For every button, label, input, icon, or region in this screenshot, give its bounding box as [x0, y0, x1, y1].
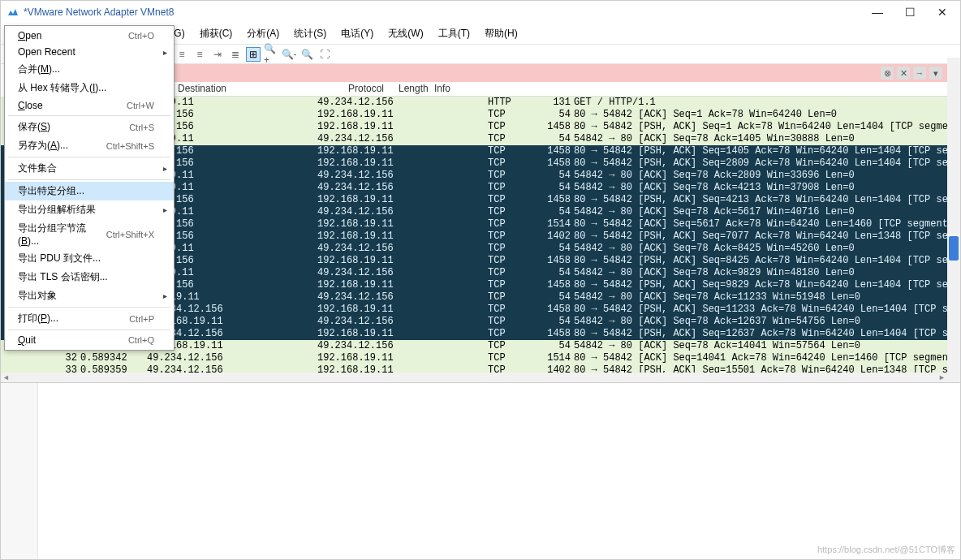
packet-cell: TCP — [488, 109, 538, 121]
filter-icon[interactable]: ⊗ — [881, 67, 894, 80]
menu-separator — [8, 115, 170, 116]
packet-cell: 80 → 54842 [PSH, ACK] Seq=2809 Ack=78 Wi… — [574, 157, 960, 170]
packet-cell: 54842 → 80 [ACK] Seq=78 Ack=5617 Win=407… — [574, 206, 960, 218]
packet-cell: 49.234.12.156 — [317, 316, 488, 328]
menu-item[interactable]: CloseCtrl+W — [5, 97, 174, 114]
packet-cell: 54842 → 80 [ACK] Seq=78 Ack=2809 Win=336… — [574, 170, 960, 182]
col-protocol[interactable]: Protocol — [345, 82, 395, 96]
menu-帮助(H)[interactable]: 帮助(H) — [478, 25, 524, 42]
window-close-button[interactable]: ✕ — [931, 6, 954, 19]
packet-cell: 54842 → 80 [ACK] Seq=78 Ack=8425 Win=452… — [574, 243, 960, 255]
menu-item[interactable]: 合并(M)... — [5, 60, 174, 79]
toolbar-icon[interactable]: 🔍+ — [264, 47, 278, 62]
display-filter-bar[interactable]: ⊗✕→▾ — [175, 64, 947, 82]
menu-item[interactable]: 保存(S)Ctrl+S — [5, 118, 174, 136]
menu-无线(W)[interactable]: 无线(W) — [381, 25, 429, 42]
packet-cell: TCP — [488, 328, 538, 340]
vertical-scrollbar[interactable] — [947, 58, 960, 382]
packet-cell: TCP — [488, 182, 538, 194]
menu-item[interactable]: 文件集合 — [5, 159, 174, 178]
packet-cell: 80 → 54842 [PSH, ACK] Seq=4213 Ack=78 Wi… — [574, 194, 960, 206]
packet-cell: TCP — [488, 279, 538, 291]
menu-item-label: 导出 PDU 到文件... — [18, 252, 101, 265]
filter-icon[interactable]: ▾ — [929, 67, 942, 80]
packet-cell: 0.589342 — [80, 352, 147, 364]
packet-cell: 80 → 54842 [PSH, ACK] Seq=1405 Ack=78 Wi… — [574, 145, 960, 157]
packet-cell: TCP — [488, 230, 538, 243]
packet-cell: 1402 — [538, 230, 574, 243]
menu-item[interactable]: 导出分组字节流(B)...Ctrl+Shift+X — [5, 219, 174, 249]
menu-item-shortcut: Ctrl+W — [127, 101, 154, 110]
menu-item-label: 导出特定分组... — [18, 184, 84, 198]
packet-cell: 192.168.19.11 — [317, 328, 488, 340]
menu-item-shortcut: Ctrl+O — [128, 31, 154, 41]
packet-cell: TCP — [488, 267, 538, 279]
menu-item-label: Open Recent — [18, 46, 75, 58]
menu-item[interactable]: 导出 TLS 会话密钥... — [5, 268, 174, 286]
packet-row[interactable]: 320.58934249.234.12.156192.168.19.11TCP1… — [1, 352, 960, 364]
menu-item-label: Quit — [18, 334, 36, 346]
toolbar-icon[interactable]: 🔍 — [300, 47, 314, 62]
packet-cell: 192.168.19.11 — [317, 194, 488, 206]
toolbar-icon[interactable]: ≡ — [175, 47, 189, 62]
window-minimize-button[interactable]: — — [866, 6, 889, 19]
filter-icon[interactable]: → — [913, 67, 926, 80]
menu-separator — [8, 179, 170, 180]
menu-item[interactable]: OpenCtrl+O — [5, 28, 174, 44]
file-menu-dropdown: OpenCtrl+OOpen Recent合并(M)...从 Hex 转储导入(… — [4, 25, 175, 351]
packet-cell: 192.168.19.11 — [317, 279, 488, 291]
packet-cell: 1458 — [538, 255, 574, 267]
menu-item-shortcut: Ctrl+P — [129, 314, 154, 324]
window-maximize-button[interactable]: ☐ — [899, 6, 921, 19]
menu-工具(T)[interactable]: 工具(T) — [432, 25, 476, 42]
watermark-text: https://blog.csdn.net/@51CTO博客 — [817, 544, 955, 556]
toolbar-icon[interactable]: ≣ — [228, 47, 243, 62]
packet-cell: 80 → 54842 [ACK] Seq=5617 Ack=78 Win=642… — [574, 218, 960, 230]
packet-cell: 192.168.19.11 — [317, 255, 488, 267]
menu-分析(A)[interactable]: 分析(A) — [240, 25, 286, 42]
col-length[interactable]: Length — [395, 82, 431, 96]
menu-item[interactable]: 导出特定分组... — [5, 182, 174, 200]
packet-cell: 1458 — [538, 279, 574, 291]
menu-捕获(C)[interactable]: 捕获(C) — [193, 25, 239, 42]
toolbar-icon[interactable]: 🔍- — [282, 47, 296, 62]
packet-cell: 192.168.19.11 — [317, 304, 488, 316]
packet-cell: 80 → 54842 [PSH, ACK] Seq=12637 Ack=78 W… — [574, 328, 960, 340]
menu-item-label: 导出分组字节流(B)... — [18, 222, 106, 247]
horizontal-scrollbar[interactable]: ◄► — [1, 373, 947, 382]
packet-cell: 192.168.19.11 — [317, 230, 488, 243]
toolbar-icon[interactable]: ≡ — [192, 47, 207, 62]
packet-cell: TCP — [488, 206, 538, 218]
menu-item-shortcut: Ctrl+Shift+S — [106, 141, 154, 151]
menu-item[interactable]: 导出分组解析结果 — [5, 200, 174, 219]
col-destination[interactable]: Destination — [175, 82, 345, 96]
menu-item[interactable]: QuitCtrl+Q — [5, 332, 174, 348]
filter-icon[interactable]: ✕ — [897, 67, 910, 80]
toolbar-icon[interactable]: ⛶ — [317, 47, 332, 62]
menu-item[interactable]: 打印(P)...Ctrl+P — [5, 309, 174, 328]
packet-cell: 32 — [1, 352, 80, 364]
packet-cell: 49.234.12.156 — [317, 267, 488, 279]
toolbar-icon[interactable]: ⇥ — [210, 47, 225, 62]
menu-item-label: 打印(P)... — [18, 312, 58, 325]
menu-item-shortcut: Ctrl+Shift+X — [106, 230, 154, 239]
packet-cell: TCP — [488, 304, 538, 316]
menu-item[interactable]: 从 Hex 转储导入(I)... — [5, 79, 174, 97]
toolbar-icon[interactable]: ⊞ — [246, 47, 261, 62]
col-info[interactable]: Info — [431, 82, 960, 96]
menu-item-label: Close — [18, 100, 43, 111]
packet-cell: TCP — [488, 316, 538, 328]
packet-cell: 80 → 54842 [ACK] Seq=14041 Ack=78 Win=64… — [574, 352, 960, 364]
menu-item[interactable]: 导出 PDU 到文件... — [5, 249, 174, 268]
menu-统计(S)[interactable]: 统计(S) — [287, 25, 333, 42]
packet-cell: 49.234.12.156 — [317, 340, 488, 352]
menu-item[interactable]: 导出对象 — [5, 286, 174, 305]
menu-item[interactable]: 另存为(A)...Ctrl+Shift+S — [5, 136, 174, 155]
packet-cell: 1458 — [538, 157, 574, 170]
packet-detail-pane[interactable]: https://blog.csdn.net/@51CTO博客 — [1, 382, 960, 559]
packet-cell: 54 — [538, 340, 574, 352]
menu-item[interactable]: Open Recent — [5, 44, 174, 60]
packet-cell: 80 → 54842 [PSH, ACK] Seq=9829 Ack=78 Wi… — [574, 279, 960, 291]
scrollbar-thumb[interactable] — [949, 236, 959, 261]
menu-电话(Y)[interactable]: 电话(Y) — [334, 25, 380, 42]
